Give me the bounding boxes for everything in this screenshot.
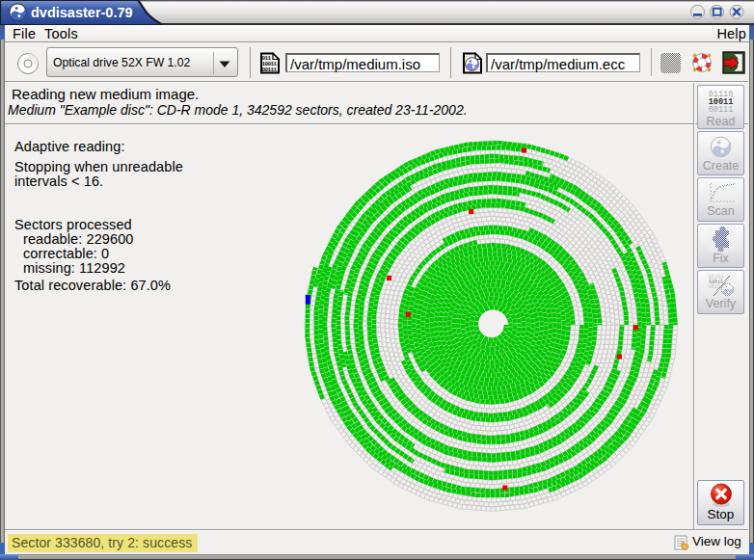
- svg-text:dvdisaster-0.79: dvdisaster-0.79: [31, 5, 133, 20]
- svg-text:00111: 00111: [262, 67, 278, 73]
